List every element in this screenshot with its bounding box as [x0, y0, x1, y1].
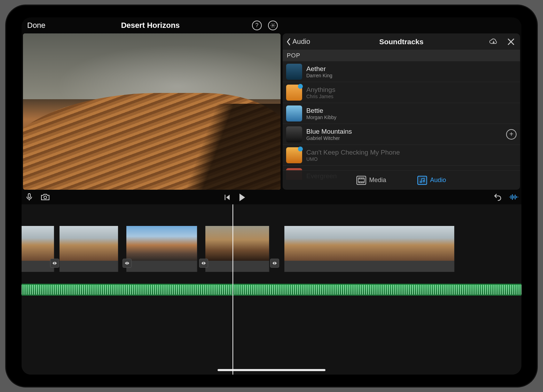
- back-label: Audio: [292, 38, 310, 46]
- clip[interactable]: [126, 226, 198, 272]
- album-thumbnail: [286, 105, 302, 121]
- track-title: Bettie: [306, 107, 336, 115]
- transition-icon[interactable]: [123, 259, 132, 268]
- filmstrip-icon: [356, 176, 366, 185]
- clip-footer: [60, 261, 118, 272]
- undo-icon[interactable]: [493, 192, 503, 202]
- clip-footer: [22, 261, 54, 272]
- clip-footer: [284, 261, 454, 272]
- album-thumbnail: [286, 147, 302, 163]
- video-preview[interactable]: [23, 33, 281, 190]
- track-row[interactable]: Can't Keep Checking My Phone UMO: [283, 145, 520, 166]
- panel-title: Soundtracks: [283, 38, 520, 46]
- timeline[interactable]: [22, 204, 521, 375]
- clip[interactable]: [22, 226, 55, 272]
- clip-footer: [126, 261, 197, 272]
- svg-point-2: [420, 181, 422, 183]
- playhead[interactable]: [233, 204, 233, 375]
- track-title: Can't Keep Checking My Phone: [306, 149, 400, 156]
- genre-header: POP: [283, 50, 520, 61]
- svg-point-5: [44, 196, 47, 199]
- track-artist: Morgan Kibby: [306, 115, 336, 120]
- waveform: [22, 285, 521, 295]
- cloud-badge-icon: [298, 147, 303, 151]
- track-row[interactable]: Anythings Chris James: [283, 82, 520, 103]
- track-meta: Aether Darren King: [306, 65, 332, 78]
- track-meta: Can't Keep Checking My Phone UMO: [306, 149, 400, 162]
- back-to-audio-button[interactable]: Audio: [286, 38, 310, 46]
- add-track-button[interactable]: +: [506, 129, 517, 140]
- tab-audio[interactable]: Audio: [417, 176, 446, 185]
- close-panel-icon[interactable]: [505, 36, 517, 47]
- track-meta: Blue Mountains Gabriel Witcher: [306, 128, 352, 141]
- track-list[interactable]: Aether Darren King Anythings Chris James…: [283, 61, 520, 180]
- track-title: Aether: [306, 65, 332, 73]
- album-thumbnail: [286, 126, 302, 142]
- soundtracks-panel: Audio Soundtracks POP: [283, 33, 520, 190]
- panel-header: Audio Soundtracks: [283, 33, 520, 50]
- track-artist: UMO: [306, 156, 400, 162]
- timeline-toolbar: [22, 190, 521, 204]
- album-thumbnail: [286, 85, 302, 101]
- cloud-badge-icon: [298, 84, 303, 89]
- clip-thumbnail: [22, 226, 54, 261]
- album-thumbnail: [286, 64, 302, 80]
- tab-media[interactable]: Media: [356, 176, 386, 185]
- track-title: Blue Mountains: [306, 128, 352, 135]
- app-screen: Done Desert Horizons ?: [22, 17, 521, 375]
- track-meta: Anythings Chris James: [306, 86, 335, 99]
- project-title: Desert Horizons: [22, 21, 279, 30]
- audio-waveform-toggle-icon[interactable]: [509, 192, 519, 202]
- clip[interactable]: [60, 226, 119, 272]
- svg-point-3: [423, 180, 425, 182]
- panel-tabs: Media Audio: [283, 170, 520, 190]
- svg-point-0: [272, 25, 274, 26]
- settings-gear-icon[interactable]: [267, 20, 278, 31]
- ipad-frame: Done Desert Horizons ?: [6, 6, 537, 386]
- home-indicator[interactable]: [218, 369, 325, 371]
- track-artist: Chris James: [306, 94, 335, 99]
- music-note-icon: [417, 176, 427, 185]
- done-button[interactable]: Done: [25, 21, 46, 30]
- transition-icon[interactable]: [270, 259, 279, 268]
- track-row[interactable]: Blue Mountains Gabriel Witcher +: [283, 124, 520, 145]
- track-artist: Gabriel Witcher: [306, 135, 352, 141]
- app-header: Done Desert Horizons ?: [22, 17, 521, 33]
- transition-icon[interactable]: [50, 259, 59, 268]
- playhead-marker-icon[interactable]: [230, 204, 236, 205]
- skip-back-icon[interactable]: [222, 193, 232, 202]
- main-row: Audio Soundtracks POP: [22, 33, 521, 190]
- tab-audio-label: Audio: [430, 177, 446, 184]
- help-icon[interactable]: ?: [251, 20, 262, 31]
- track-title: Anythings: [306, 86, 335, 94]
- clip-footer: [205, 261, 269, 272]
- clip[interactable]: [205, 226, 270, 272]
- tab-media-label: Media: [369, 177, 386, 184]
- play-button-icon[interactable]: [239, 194, 245, 201]
- download-cloud-icon[interactable]: [488, 36, 499, 47]
- audio-track[interactable]: [22, 284, 521, 296]
- transition-icon[interactable]: [199, 259, 208, 268]
- clip-thumbnail: [205, 226, 269, 261]
- camera-icon[interactable]: [40, 192, 50, 202]
- track-row[interactable]: Aether Darren King: [283, 61, 520, 82]
- clip-thumbnail: [60, 226, 118, 261]
- microphone-icon[interactable]: [24, 192, 34, 202]
- track-meta: Bettie Morgan Kibby: [306, 107, 336, 120]
- svg-rect-4: [28, 194, 30, 198]
- clip-thumbnail: [284, 226, 454, 261]
- track-row[interactable]: Bettie Morgan Kibby: [283, 103, 520, 124]
- track-artist: Darren King: [306, 73, 332, 78]
- clip-thumbnail: [126, 226, 197, 261]
- chevron-left-icon: [286, 38, 291, 46]
- clip[interactable]: [284, 226, 455, 272]
